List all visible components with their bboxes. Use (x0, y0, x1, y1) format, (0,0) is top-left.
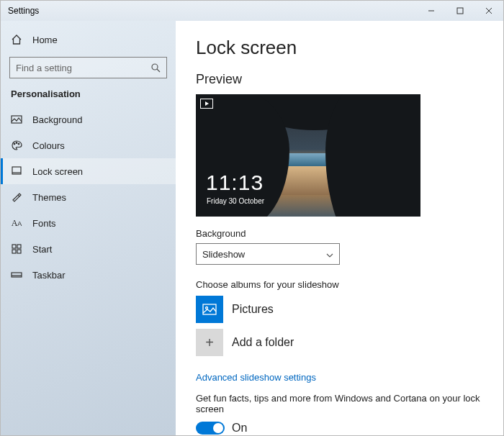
svg-point-4 (152, 64, 158, 70)
sidebar-item-taskbar[interactable]: Taskbar (1, 262, 176, 288)
search-input[interactable] (16, 63, 150, 73)
nav-label: Colours (32, 140, 65, 151)
sidebar-item-background[interactable]: Background (1, 106, 176, 132)
albums-heading: Choose albums for your slideshow (196, 279, 483, 290)
window-title: Settings (8, 6, 39, 16)
search-box[interactable] (9, 57, 167, 78)
nav-label: Start (32, 244, 52, 255)
svg-rect-13 (17, 245, 21, 248)
svg-point-7 (14, 143, 15, 145)
fonts-icon: AA (11, 217, 22, 229)
svg-line-5 (157, 69, 160, 72)
start-icon (11, 243, 22, 255)
home-label: Home (32, 35, 58, 45)
close-button[interactable] (474, 1, 503, 21)
chevron-down-icon (326, 250, 333, 258)
sidebar-item-lock-screen[interactable]: Lock screen (1, 158, 176, 184)
background-value: Slideshow (202, 249, 245, 260)
titlebar: Settings (1, 1, 503, 21)
search-icon (150, 63, 161, 73)
themes-icon (11, 191, 22, 203)
svg-rect-15 (17, 250, 21, 253)
funfacts-description: Get fun facts, tips and more from Window… (196, 393, 483, 414)
sidebar-item-start[interactable]: Start (1, 236, 176, 262)
preview-date: Friday 30 October (207, 197, 264, 205)
nav-label: Taskbar (32, 270, 66, 281)
sidebar: Home Personalisation Background Colours (1, 21, 176, 435)
lock-screen-preview[interactable]: 11:13 Friday 30 October (196, 94, 420, 217)
add-folder-button[interactable]: + Add a folder (196, 329, 483, 356)
window-controls (417, 1, 503, 21)
page-title: Lock screen (196, 37, 483, 59)
svg-point-19 (206, 307, 208, 309)
album-label: Pictures (232, 303, 274, 316)
advanced-slideshow-link[interactable]: Advanced slideshow settings (196, 372, 316, 383)
nav-list: Background Colours Lock screen Themes AA… (1, 106, 176, 288)
nav-label: Background (32, 114, 82, 125)
palette-icon (11, 140, 22, 151)
svg-rect-16 (12, 273, 22, 277)
nav-label: Lock screen (32, 166, 83, 177)
taskbar-icon (11, 269, 22, 281)
minimize-button[interactable] (417, 1, 446, 21)
plus-icon: + (196, 329, 223, 356)
pictures-thumb-icon (196, 296, 223, 323)
content-area[interactable]: Lock screen Preview 11:13 Friday 30 Octo… (176, 21, 503, 435)
slideshow-icon (200, 99, 213, 109)
nav-label: Themes (32, 192, 66, 203)
lock-screen-icon (11, 165, 22, 177)
funfacts-toggle[interactable] (196, 422, 225, 435)
svg-rect-12 (12, 245, 16, 248)
home-button[interactable]: Home (1, 29, 176, 50)
preview-heading: Preview (196, 72, 483, 87)
nav-label: Fonts (32, 218, 56, 229)
background-select[interactable]: Slideshow (196, 243, 340, 265)
settings-window: Settings Home Personalisation (0, 0, 504, 436)
sidebar-item-colours[interactable]: Colours (1, 132, 176, 158)
svg-rect-14 (12, 250, 16, 253)
svg-point-9 (18, 143, 19, 145)
home-icon (11, 34, 22, 45)
preview-time: 11:13 (206, 171, 264, 195)
album-pictures[interactable]: Pictures (196, 296, 483, 323)
picture-icon (11, 114, 22, 125)
toggle-state-label: On (232, 422, 247, 435)
sidebar-item-themes[interactable]: Themes (1, 184, 176, 210)
maximize-button[interactable] (446, 1, 474, 21)
section-title: Personalisation (1, 88, 176, 106)
svg-point-8 (16, 142, 17, 144)
svg-rect-1 (457, 8, 463, 14)
add-folder-label: Add a folder (232, 336, 294, 349)
sidebar-item-fonts[interactable]: AA Fonts (1, 210, 176, 236)
background-label: Background (196, 228, 483, 239)
